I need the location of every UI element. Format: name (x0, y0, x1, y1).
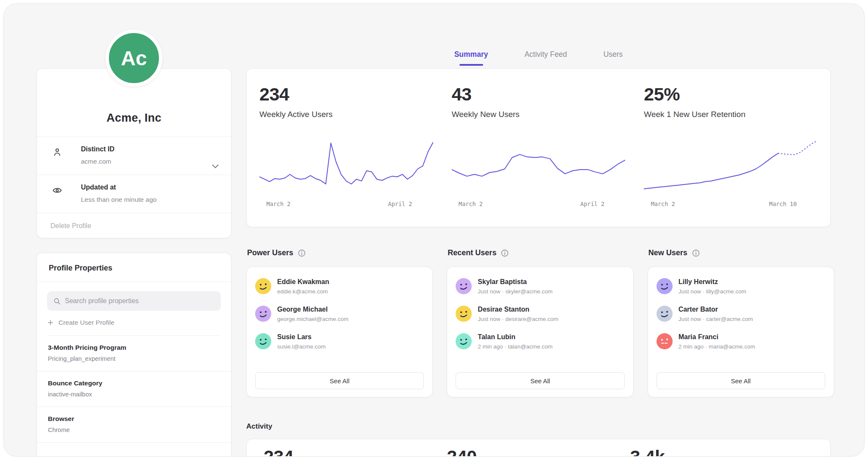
face-icon (255, 278, 271, 294)
property-value: inactive-mailbox (48, 391, 220, 398)
stat-week1-retention: 25% Week 1 New User Retention March 2 Ma… (644, 84, 818, 217)
property-item[interactable]: 3-Month Pricing Program Pricing_plan_exp… (37, 336, 231, 371)
tab-activity-feed[interactable]: Activity Feed (524, 50, 567, 66)
x-axis-ticks: March 2 April 2 (452, 201, 626, 207)
search-icon (53, 297, 61, 305)
tab-users[interactable]: Users (604, 50, 623, 66)
property-name: Bounce Category (48, 379, 220, 387)
user-subtext: Just now · skyler@acme.com (478, 288, 553, 295)
updated-at-row: Updated at Less than one minute ago (37, 175, 231, 213)
see-all-button[interactable]: See All (255, 372, 424, 389)
profile-properties-title: Profile Properties (37, 253, 231, 282)
page-title: Acme, Inc (106, 112, 161, 125)
user-row[interactable]: George Michael george.michael@acme.com (255, 306, 424, 322)
face-icon (657, 278, 673, 294)
user-avatar (255, 278, 271, 294)
user-row[interactable]: Maria Franci 2 min ago · maria@acme.com (657, 333, 825, 350)
property-name: 3-Month Pricing Program (48, 344, 220, 351)
user-row[interactable]: Lilly Herwitz Just now · lilly@acme.com (657, 278, 825, 295)
user-avatar (657, 278, 673, 294)
face-icon (456, 333, 472, 349)
tab-summary[interactable]: Summary (454, 50, 488, 66)
user-name: Lilly Herwitz (679, 278, 746, 286)
user-subtext: Just now · desirare@acme.com (478, 316, 558, 322)
user-avatar (657, 306, 673, 322)
stat-value: 234 (259, 84, 433, 105)
user-avatar (657, 333, 673, 349)
profile-card: Ac Acme, Inc Distinct ID acme.com Update… (36, 68, 231, 238)
see-all-button[interactable]: See All (456, 372, 624, 389)
stat-label: Weekly New Users (452, 110, 626, 119)
stat-weekly-new-users: 43 Weekly New Users March 2 April 2 (452, 84, 626, 217)
user-avatar (255, 306, 271, 322)
field-value: acme.com (81, 158, 206, 165)
power-users-card: Eddie Kwakman eddie.k@acme.com George Mi… (246, 267, 433, 397)
search-input[interactable] (65, 297, 215, 305)
app-frame: Ac Acme, Inc Distinct ID acme.com Update… (3, 3, 865, 457)
property-item[interactable]: Bounce Category inactive-mailbox (37, 371, 231, 407)
user-avatar (456, 306, 472, 322)
new-users-section: New Users Lilly Herwitz Just now · lilly… (648, 242, 834, 397)
stat-label: Week 1 New User Retention (644, 110, 818, 119)
delete-profile-button[interactable]: Delete Profile (37, 213, 231, 239)
x-axis-ticks: March 2 March 10 (644, 201, 818, 207)
property-value: Chrome (48, 427, 220, 433)
field-label: Updated at (81, 184, 206, 191)
section-title: Recent Users (448, 248, 496, 257)
user-subtext: 2 min ago · talan@acme.com (478, 343, 553, 350)
see-all-button[interactable]: See All (657, 372, 825, 389)
tab-bar: Summary Activity Feed Users (246, 3, 831, 68)
activity-stat: 234 (264, 446, 447, 457)
user-name: Skylar Baptista (478, 278, 553, 286)
create-user-profile-label: Create User Profile (58, 319, 114, 326)
user-name: George Michael (277, 306, 348, 313)
user-avatar (456, 278, 472, 294)
face-icon (657, 306, 673, 322)
recent-users-section: Recent Users Skylar Baptista Just now · … (447, 242, 633, 397)
x-tick: March 2 (459, 201, 483, 207)
info-icon[interactable] (298, 249, 306, 257)
summary-stats-card: 234 Weekly Active Users March 2 April 2 … (246, 68, 831, 227)
user-subtext: Just now · carter@acme.com (679, 316, 753, 322)
user-row[interactable]: Talan Lubin 2 min ago · talan@acme.com (456, 333, 624, 350)
search-box (47, 291, 221, 311)
user-row[interactable]: Carter Bator Just now · carter@acme.com (657, 306, 825, 322)
property-name: Browser (48, 415, 220, 423)
x-tick: April 2 (580, 201, 604, 207)
activity-section: Activity 234 240 3.4k (246, 422, 831, 457)
activity-stat: 240 (447, 446, 630, 457)
user-name: Eddie Kwakman (277, 278, 329, 286)
user-name: Carter Bator (679, 306, 753, 313)
x-tick: March 10 (769, 201, 797, 207)
avatar-initials: Ac (121, 47, 147, 70)
face-icon (456, 278, 472, 294)
property-item[interactable]: Browser Chrome (37, 407, 231, 443)
user-name: Maria Franci (679, 333, 755, 341)
stat-weekly-active-users: 234 Weekly Active Users March 2 April 2 (259, 84, 433, 217)
info-icon[interactable] (692, 249, 700, 257)
new-users-card: Lilly Herwitz Just now · lilly@acme.com … (648, 267, 834, 397)
face-icon (456, 306, 472, 322)
user-row[interactable]: Susie Lars susie.l@acme.com (255, 333, 424, 350)
create-user-profile-button[interactable]: Create User Profile (47, 319, 221, 336)
person-icon (52, 147, 62, 157)
x-tick: April 2 (388, 201, 412, 207)
stat-label: Weekly Active Users (259, 110, 433, 119)
user-name: Susie Lars (277, 333, 326, 341)
user-subtext: george.michael@acme.com (277, 316, 348, 322)
user-subtext: susie.l@acme.com (277, 343, 326, 350)
info-icon[interactable] (501, 249, 509, 257)
stat-value: 25% (644, 84, 818, 105)
face-icon (657, 333, 673, 349)
user-name: Desirae Stanton (478, 306, 558, 313)
chevron-down-icon[interactable] (211, 162, 220, 171)
section-title: New Users (648, 248, 687, 257)
avatar: Ac (106, 30, 162, 86)
activity-title: Activity (246, 422, 831, 431)
face-icon (255, 306, 271, 322)
user-row[interactable]: Desirae Stanton Just now · desirare@acme… (456, 306, 624, 322)
x-tick: March 2 (651, 201, 675, 207)
user-row[interactable]: Skylar Baptista Just now · skyler@acme.c… (456, 278, 624, 295)
user-row[interactable]: Eddie Kwakman eddie.k@acme.com (255, 278, 424, 295)
x-tick: March 2 (266, 201, 290, 207)
